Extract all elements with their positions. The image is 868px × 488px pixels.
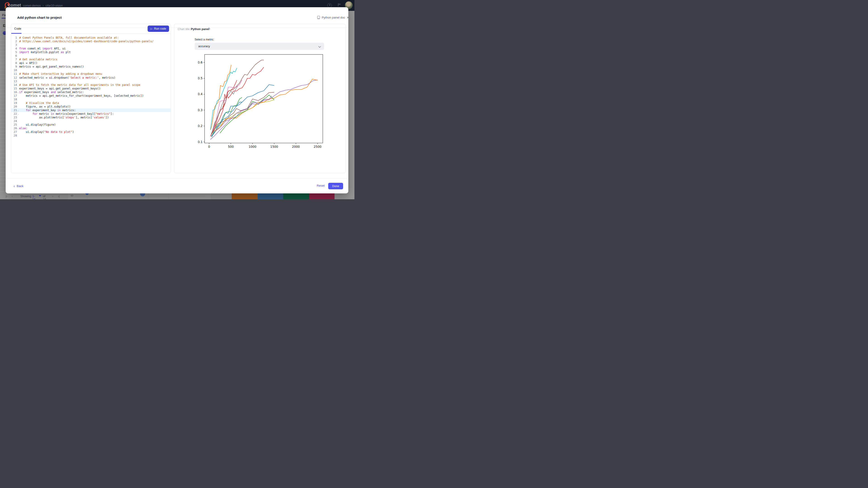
gutter-spacer xyxy=(17,119,19,123)
code-line[interactable]: 22⌄ for metric in metrics[experiment_key… xyxy=(11,112,170,116)
pagination-caret-icon[interactable] xyxy=(39,195,41,197)
tab-code[interactable]: Code xyxy=(14,27,21,30)
done-button[interactable]: Done xyxy=(328,183,343,189)
fold-chevron-icon[interactable]: ⌄ xyxy=(17,112,19,116)
table-row-separator xyxy=(0,108,6,108)
code-line[interactable]: 18 xyxy=(11,98,170,101)
code-text: metrics = api.get_metrics_for_chart(expe… xyxy=(19,94,144,97)
table-row-separator xyxy=(0,40,6,41)
table-row-separator xyxy=(0,146,6,146)
breadcrumb-project[interactable]: cifar10-vision xyxy=(45,4,63,7)
code-line[interactable]: 3 xyxy=(11,43,170,47)
code-line[interactable]: 14 # Use API to fetch the metric data fo… xyxy=(11,83,170,87)
code-text: import matplotlib.pyplot as plt xyxy=(19,51,71,54)
code-line[interactable]: 6 xyxy=(11,54,170,58)
code-line[interactable]: 1 # Comet Python Panels BETA, full docum… xyxy=(11,36,170,39)
code-line[interactable]: 12 selected_metric = ui.dropdown('Select… xyxy=(11,76,170,79)
code-line[interactable]: 2 # https://www.comet.com/docs/v2/guides… xyxy=(11,39,170,43)
accuracy-line-chart: 050010001500200025000.10.20.30.40.50.6 xyxy=(198,52,329,152)
last-page-icon[interactable]: ›| xyxy=(58,195,60,198)
reset-button[interactable]: Reset xyxy=(317,184,324,187)
x-tick-label: 2500 xyxy=(314,145,321,149)
gutter-spacer xyxy=(17,87,19,90)
line-number: 26 xyxy=(11,127,17,130)
help-icon[interactable]: ? xyxy=(327,3,332,8)
code-text: else: xyxy=(19,127,28,130)
line-number: 4 xyxy=(11,47,17,51)
code-line[interactable]: 8 api = API() xyxy=(11,61,170,65)
edit-pencil-icon[interactable]: ✎ xyxy=(208,27,211,30)
gutter-spacer xyxy=(17,94,19,98)
active-tab-underline xyxy=(11,33,22,34)
code-line[interactable]: 13 xyxy=(11,79,170,83)
code-line[interactable]: 5 import matplotlib.pyplot as plt xyxy=(11,51,170,54)
x-tick-label: 1500 xyxy=(270,145,278,149)
code-line[interactable]: 4 from comet_ml import API, ui xyxy=(11,47,170,51)
code-line[interactable]: 15 experiment_keys = api.get_panel_exper… xyxy=(11,87,170,90)
table-row-separator xyxy=(0,172,6,173)
code-line[interactable]: 19 # Visualize the data xyxy=(11,101,170,105)
y-tick-label: 0.2 xyxy=(198,124,203,128)
code-text: ax.plot(metric['steps'], metric['values'… xyxy=(19,116,109,119)
run-code-button[interactable]: ▷Run code xyxy=(148,26,169,32)
close-icon[interactable]: ✕ xyxy=(346,15,349,20)
python-panel-doc-link[interactable]: Python panel doc xyxy=(317,16,345,19)
table-row-separator xyxy=(0,48,6,48)
first-page-icon[interactable]: |‹ xyxy=(6,195,7,198)
code-line[interactable]: 23 ax.plot(metric['steps'], metric['valu… xyxy=(11,116,170,119)
line-number: 19 xyxy=(11,101,17,105)
code-editor[interactable]: 1 # Comet Python Panels BETA, full docum… xyxy=(11,34,170,175)
line-number: 21 xyxy=(11,108,17,112)
code-text: ui.display(figure) xyxy=(19,123,56,126)
code-line[interactable]: 17 metrics = api.get_metrics_for_chart(e… xyxy=(11,94,170,98)
code-line[interactable]: 25 ui.display(figure) xyxy=(11,123,170,127)
line-number: 13 xyxy=(11,79,17,83)
modal-footer-divider xyxy=(6,178,348,179)
code-line[interactable]: 9 metrics = api.get_panel_metrics_names(… xyxy=(11,65,170,68)
code-line[interactable]: 28 xyxy=(11,134,170,137)
gutter-spacer xyxy=(17,43,19,47)
fold-chevron-icon[interactable]: ⌄ xyxy=(17,127,19,130)
x-tick-label: 1000 xyxy=(249,145,256,149)
code-text: if experiment_keys and selected_metric: xyxy=(19,91,84,94)
line-number: 28 xyxy=(11,134,17,137)
code-line[interactable]: 20 figure, ax = plt.subplots() xyxy=(11,105,170,108)
code-line[interactable]: 7 # Get available metrics xyxy=(11,58,170,61)
pagination-showing-label: Showing xyxy=(20,195,31,198)
y-tick-label: 0.1 xyxy=(198,140,203,144)
code-line[interactable]: 27 ui.display("No data to plot") xyxy=(11,130,170,134)
y-tick-label: 0.5 xyxy=(198,76,203,80)
code-line[interactable]: 16⌄if experiment_keys and selected_metri… xyxy=(11,90,170,94)
line-number: 5 xyxy=(11,51,17,54)
back-button[interactable]: ‹Back xyxy=(13,184,24,188)
code-text: for metric in metrics[experiment_key]["m… xyxy=(19,112,114,116)
table-row-separator xyxy=(0,63,6,63)
background-tab-underline xyxy=(2,18,6,19)
gutter-spacer xyxy=(17,72,19,76)
table-row-separator xyxy=(0,78,6,78)
series-experiment-07 xyxy=(211,80,242,135)
mini-chart-axis-label: 60 xyxy=(71,195,73,197)
announcements-flag-icon[interactable] xyxy=(337,3,341,8)
gutter-spacer xyxy=(17,58,19,61)
line-number: 27 xyxy=(11,130,17,134)
next-page-icon[interactable]: › xyxy=(52,195,53,198)
comet-logo-text[interactable]: comet xyxy=(8,3,21,8)
table-row-separator xyxy=(0,101,6,101)
line-number: 7 xyxy=(11,58,17,61)
line-number: 15 xyxy=(11,87,17,90)
fold-chevron-icon[interactable]: ⌄ xyxy=(17,90,19,94)
code-line[interactable]: 26⌄else: xyxy=(11,127,170,130)
metric-dropdown[interactable]: accuracy xyxy=(195,43,324,50)
mini-chart-gridline xyxy=(148,193,148,199)
code-line[interactable]: 21⌄ for experiment_key in metrics: xyxy=(11,108,170,112)
code-line[interactable]: 11 # Make chart interactive by adding a … xyxy=(11,72,170,76)
pagination-range[interactable]: 1-16 xyxy=(32,195,35,199)
fold-chevron-icon[interactable]: ⌄ xyxy=(17,108,19,112)
breadcrumb: comet-demos›cifar10-vision xyxy=(23,4,63,7)
prev-page-icon[interactable]: ‹ xyxy=(12,195,13,198)
chart-preview-panel: Chart title Python panel ✎ Select a metr… xyxy=(174,24,346,173)
breadcrumb-workspace[interactable]: comet-demos xyxy=(23,4,41,7)
code-line[interactable]: 24 xyxy=(11,119,170,123)
code-line[interactable]: 10 xyxy=(11,68,170,72)
